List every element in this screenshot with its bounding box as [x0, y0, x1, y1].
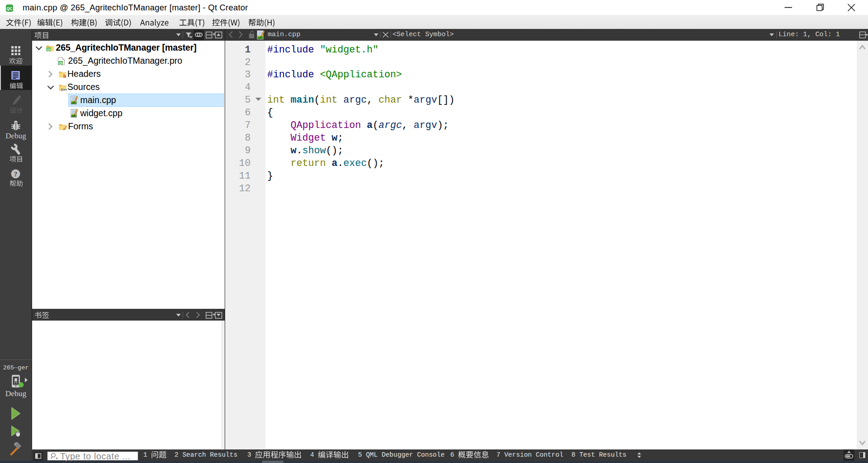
- svg-text:Qt: Qt: [47, 47, 51, 52]
- svg-text:?: ?: [14, 170, 17, 178]
- svg-text:h: h: [63, 73, 66, 78]
- svg-text:QC: QC: [6, 6, 13, 11]
- svg-text:Qt: Qt: [59, 61, 62, 65]
- svg-text:C++: C++: [61, 87, 67, 91]
